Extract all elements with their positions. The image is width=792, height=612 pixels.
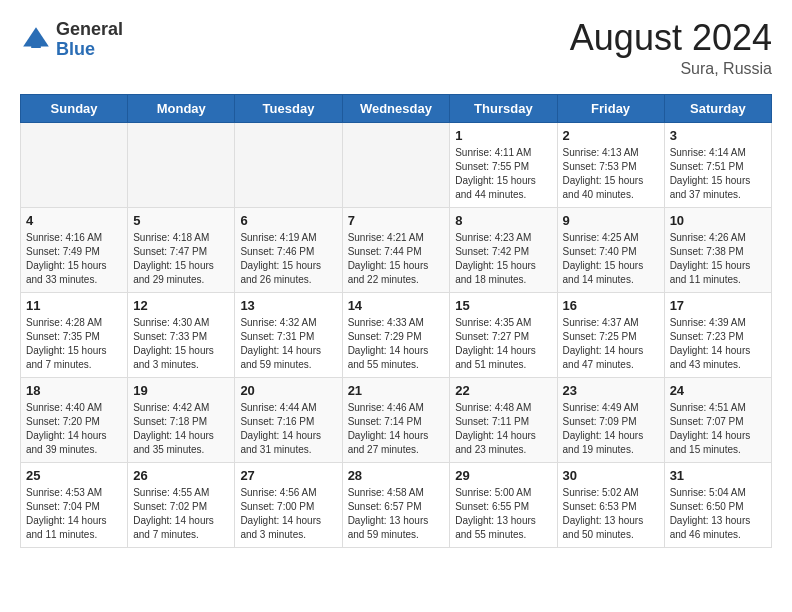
calendar-cell: 25Sunrise: 4:53 AM Sunset: 7:04 PM Dayli… (21, 463, 128, 548)
calendar-week-2: 4Sunrise: 4:16 AM Sunset: 7:49 PM Daylig… (21, 208, 772, 293)
svg-rect-1 (31, 40, 41, 48)
cell-content: Sunrise: 4:58 AM Sunset: 6:57 PM Dayligh… (348, 486, 445, 542)
day-header-monday: Monday (128, 95, 235, 123)
cell-content: Sunrise: 4:28 AM Sunset: 7:35 PM Dayligh… (26, 316, 122, 372)
calendar-cell: 28Sunrise: 4:58 AM Sunset: 6:57 PM Dayli… (342, 463, 450, 548)
day-number: 9 (563, 213, 659, 228)
calendar-cell: 21Sunrise: 4:46 AM Sunset: 7:14 PM Dayli… (342, 378, 450, 463)
day-number: 29 (455, 468, 551, 483)
day-number: 7 (348, 213, 445, 228)
logo-general: General (56, 20, 123, 40)
calendar-cell: 20Sunrise: 4:44 AM Sunset: 7:16 PM Dayli… (235, 378, 342, 463)
logo-icon (20, 24, 52, 56)
calendar-cell: 5Sunrise: 4:18 AM Sunset: 7:47 PM Daylig… (128, 208, 235, 293)
calendar-cell: 15Sunrise: 4:35 AM Sunset: 7:27 PM Dayli… (450, 293, 557, 378)
calendar-cell: 10Sunrise: 4:26 AM Sunset: 7:38 PM Dayli… (664, 208, 771, 293)
cell-content: Sunrise: 4:56 AM Sunset: 7:00 PM Dayligh… (240, 486, 336, 542)
cell-content: Sunrise: 4:25 AM Sunset: 7:40 PM Dayligh… (563, 231, 659, 287)
calendar-cell: 18Sunrise: 4:40 AM Sunset: 7:20 PM Dayli… (21, 378, 128, 463)
cell-content: Sunrise: 4:26 AM Sunset: 7:38 PM Dayligh… (670, 231, 766, 287)
day-number: 6 (240, 213, 336, 228)
calendar-cell (128, 123, 235, 208)
day-number: 20 (240, 383, 336, 398)
day-number: 26 (133, 468, 229, 483)
calendar-cell: 22Sunrise: 4:48 AM Sunset: 7:11 PM Dayli… (450, 378, 557, 463)
cell-content: Sunrise: 4:35 AM Sunset: 7:27 PM Dayligh… (455, 316, 551, 372)
day-number: 8 (455, 213, 551, 228)
cell-content: Sunrise: 4:48 AM Sunset: 7:11 PM Dayligh… (455, 401, 551, 457)
calendar-cell: 12Sunrise: 4:30 AM Sunset: 7:33 PM Dayli… (128, 293, 235, 378)
cell-content: Sunrise: 4:23 AM Sunset: 7:42 PM Dayligh… (455, 231, 551, 287)
cell-content: Sunrise: 4:14 AM Sunset: 7:51 PM Dayligh… (670, 146, 766, 202)
calendar-cell: 23Sunrise: 4:49 AM Sunset: 7:09 PM Dayli… (557, 378, 664, 463)
logo-blue: Blue (56, 40, 123, 60)
calendar-cell: 3Sunrise: 4:14 AM Sunset: 7:51 PM Daylig… (664, 123, 771, 208)
calendar-cell: 9Sunrise: 4:25 AM Sunset: 7:40 PM Daylig… (557, 208, 664, 293)
day-number: 28 (348, 468, 445, 483)
logo-text: General Blue (56, 20, 123, 60)
cell-content: Sunrise: 5:04 AM Sunset: 6:50 PM Dayligh… (670, 486, 766, 542)
calendar-table: SundayMondayTuesdayWednesdayThursdayFrid… (20, 94, 772, 548)
cell-content: Sunrise: 4:18 AM Sunset: 7:47 PM Dayligh… (133, 231, 229, 287)
day-number: 21 (348, 383, 445, 398)
day-number: 2 (563, 128, 659, 143)
calendar-cell: 4Sunrise: 4:16 AM Sunset: 7:49 PM Daylig… (21, 208, 128, 293)
day-header-wednesday: Wednesday (342, 95, 450, 123)
calendar-week-4: 18Sunrise: 4:40 AM Sunset: 7:20 PM Dayli… (21, 378, 772, 463)
calendar-header-row: SundayMondayTuesdayWednesdayThursdayFrid… (21, 95, 772, 123)
day-number: 24 (670, 383, 766, 398)
calendar-cell (342, 123, 450, 208)
cell-content: Sunrise: 4:37 AM Sunset: 7:25 PM Dayligh… (563, 316, 659, 372)
cell-content: Sunrise: 4:16 AM Sunset: 7:49 PM Dayligh… (26, 231, 122, 287)
day-number: 4 (26, 213, 122, 228)
page-header: General Blue August 2024 Sura, Russia (20, 20, 772, 78)
day-number: 31 (670, 468, 766, 483)
day-number: 11 (26, 298, 122, 313)
calendar-cell: 6Sunrise: 4:19 AM Sunset: 7:46 PM Daylig… (235, 208, 342, 293)
day-number: 5 (133, 213, 229, 228)
calendar-week-5: 25Sunrise: 4:53 AM Sunset: 7:04 PM Dayli… (21, 463, 772, 548)
day-number: 12 (133, 298, 229, 313)
calendar-cell: 2Sunrise: 4:13 AM Sunset: 7:53 PM Daylig… (557, 123, 664, 208)
month-year: August 2024 (570, 20, 772, 56)
cell-content: Sunrise: 5:00 AM Sunset: 6:55 PM Dayligh… (455, 486, 551, 542)
calendar-cell: 8Sunrise: 4:23 AM Sunset: 7:42 PM Daylig… (450, 208, 557, 293)
day-number: 16 (563, 298, 659, 313)
calendar-cell: 11Sunrise: 4:28 AM Sunset: 7:35 PM Dayli… (21, 293, 128, 378)
day-header-sunday: Sunday (21, 95, 128, 123)
day-number: 1 (455, 128, 551, 143)
day-number: 17 (670, 298, 766, 313)
cell-content: Sunrise: 4:53 AM Sunset: 7:04 PM Dayligh… (26, 486, 122, 542)
day-header-tuesday: Tuesday (235, 95, 342, 123)
calendar-cell: 7Sunrise: 4:21 AM Sunset: 7:44 PM Daylig… (342, 208, 450, 293)
calendar-cell: 31Sunrise: 5:04 AM Sunset: 6:50 PM Dayli… (664, 463, 771, 548)
cell-content: Sunrise: 4:11 AM Sunset: 7:55 PM Dayligh… (455, 146, 551, 202)
day-number: 30 (563, 468, 659, 483)
day-number: 23 (563, 383, 659, 398)
cell-content: Sunrise: 5:02 AM Sunset: 6:53 PM Dayligh… (563, 486, 659, 542)
calendar-cell: 30Sunrise: 5:02 AM Sunset: 6:53 PM Dayli… (557, 463, 664, 548)
cell-content: Sunrise: 4:42 AM Sunset: 7:18 PM Dayligh… (133, 401, 229, 457)
cell-content: Sunrise: 4:51 AM Sunset: 7:07 PM Dayligh… (670, 401, 766, 457)
day-number: 10 (670, 213, 766, 228)
cell-content: Sunrise: 4:30 AM Sunset: 7:33 PM Dayligh… (133, 316, 229, 372)
calendar-cell: 13Sunrise: 4:32 AM Sunset: 7:31 PM Dayli… (235, 293, 342, 378)
day-number: 18 (26, 383, 122, 398)
calendar-cell: 1Sunrise: 4:11 AM Sunset: 7:55 PM Daylig… (450, 123, 557, 208)
day-number: 22 (455, 383, 551, 398)
calendar-cell: 24Sunrise: 4:51 AM Sunset: 7:07 PM Dayli… (664, 378, 771, 463)
calendar-cell (21, 123, 128, 208)
calendar-week-1: 1Sunrise: 4:11 AM Sunset: 7:55 PM Daylig… (21, 123, 772, 208)
day-number: 25 (26, 468, 122, 483)
calendar-week-3: 11Sunrise: 4:28 AM Sunset: 7:35 PM Dayli… (21, 293, 772, 378)
day-header-friday: Friday (557, 95, 664, 123)
calendar-cell: 16Sunrise: 4:37 AM Sunset: 7:25 PM Dayli… (557, 293, 664, 378)
day-number: 27 (240, 468, 336, 483)
calendar-cell: 29Sunrise: 5:00 AM Sunset: 6:55 PM Dayli… (450, 463, 557, 548)
location: Sura, Russia (570, 60, 772, 78)
cell-content: Sunrise: 4:32 AM Sunset: 7:31 PM Dayligh… (240, 316, 336, 372)
calendar-cell: 27Sunrise: 4:56 AM Sunset: 7:00 PM Dayli… (235, 463, 342, 548)
day-header-thursday: Thursday (450, 95, 557, 123)
logo: General Blue (20, 20, 123, 60)
calendar-cell: 17Sunrise: 4:39 AM Sunset: 7:23 PM Dayli… (664, 293, 771, 378)
